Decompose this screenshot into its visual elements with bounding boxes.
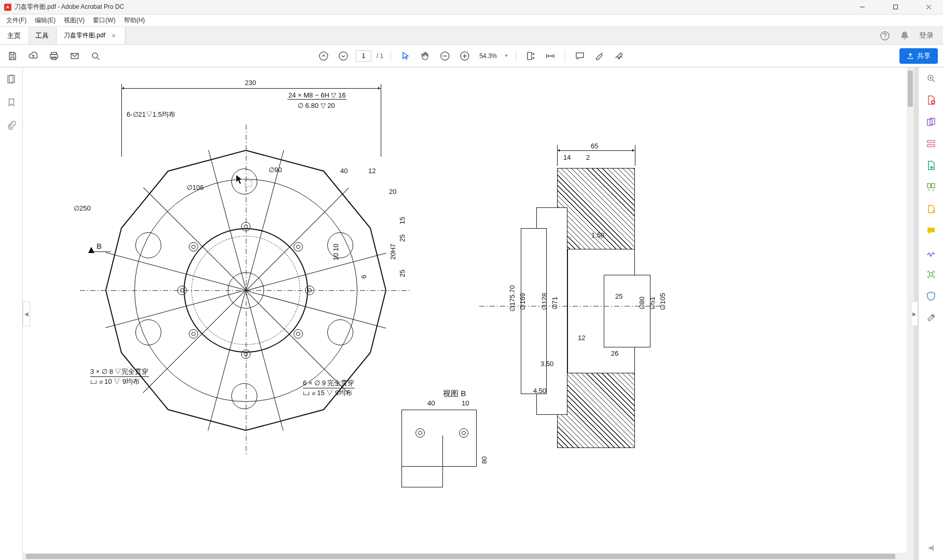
- combine-files-icon[interactable]: [925, 116, 937, 128]
- menu-help[interactable]: 帮助(H): [120, 15, 149, 26]
- dim-1010: 10 10: [332, 244, 340, 261]
- window-controls: [852, 0, 939, 15]
- create-pdf-icon[interactable]: [925, 94, 937, 106]
- thumbnails-icon[interactable]: [6, 74, 17, 85]
- d169: ∅169: [519, 293, 526, 310]
- maximize-button[interactable]: [885, 0, 906, 15]
- d128: ∅128: [540, 293, 548, 310]
- detail-dim-80: 80: [480, 456, 488, 464]
- search-icon[interactable]: [88, 49, 103, 63]
- document-viewport[interactable]: 230 24 × M8 − 6H ▽ 16 ∅ 6.80 ▽ 20 6-∅21▽…: [23, 67, 918, 560]
- title-bar: A 刀盘零件图.pdf - Adobe Acrobat Pro DC: [0, 0, 943, 15]
- dim-25b: 25: [398, 270, 406, 277]
- svg-rect-31: [927, 145, 935, 147]
- d80: ∅80: [638, 297, 646, 310]
- d175-70: ∅175.70: [508, 285, 516, 312]
- menu-window[interactable]: 窗口(W): [89, 15, 119, 26]
- dim-25s: 25: [615, 292, 622, 300]
- fit-width-icon[interactable]: [543, 49, 558, 63]
- tab-document-label: 刀盘零件图.pdf: [64, 31, 105, 40]
- rail-expand-icon[interactable]: [925, 542, 937, 554]
- send-comments-icon[interactable]: [925, 203, 937, 215]
- dim-d106: ∅106: [187, 184, 204, 191]
- zoom-dropdown-icon[interactable]: ▼: [504, 53, 508, 58]
- dim-d250: ∅250: [74, 204, 91, 212]
- tab-home[interactable]: 主页: [0, 27, 28, 44]
- note-6x9-1: 6 × ∅ 9 完全贯穿: [303, 379, 355, 388]
- note-3x8-2: ⌴ ∅ 10 ▽ 9均布: [90, 377, 140, 385]
- zoom-in-icon[interactable]: [457, 49, 472, 63]
- close-window-button[interactable]: [918, 0, 939, 15]
- menu-edit[interactable]: 编辑(E): [31, 15, 60, 26]
- email-icon[interactable]: [67, 49, 82, 63]
- export-pdf-icon[interactable]: [925, 160, 937, 171]
- dim-6: 6: [360, 275, 368, 278]
- dim-d90: ∅90: [269, 166, 282, 174]
- dim-65: 65: [591, 142, 598, 150]
- pdf-app-icon: A: [4, 4, 11, 11]
- svg-rect-7: [50, 54, 58, 58]
- dim-15: 15: [398, 217, 406, 224]
- hole-spec: 6-∅21▽1.5均布: [127, 110, 175, 119]
- detail-b-title: 视图 B: [443, 389, 466, 399]
- scan-ocr-icon[interactable]: [925, 269, 937, 280]
- comment-tool-icon[interactable]: [925, 225, 937, 236]
- cursor-icon: [235, 174, 245, 186]
- help-icon[interactable]: [880, 31, 890, 41]
- main-area: ◀ 230 24 × M8 − 6H ▽ 16 ∅ 6.80 ▽ 20 6-∅2…: [0, 67, 943, 560]
- protect-icon[interactable]: [925, 290, 937, 302]
- search-zoom-icon[interactable]: [925, 73, 937, 84]
- share-button[interactable]: 共享: [899, 48, 938, 64]
- svg-rect-30: [927, 141, 935, 143]
- tab-tools[interactable]: 工具: [28, 27, 56, 44]
- dim-40: 40: [340, 167, 348, 175]
- page-number-input[interactable]: [356, 50, 371, 62]
- svg-rect-34: [930, 273, 933, 276]
- highlight-icon[interactable]: [592, 49, 607, 63]
- menu-view[interactable]: 视图(V): [60, 15, 89, 26]
- left-rail-collapse[interactable]: ◀: [23, 301, 30, 326]
- zoom-value[interactable]: 54.3%: [477, 52, 499, 60]
- menu-bar: 文件(F) 编辑(E) 视图(V) 窗口(W) 帮助(H): [0, 15, 943, 27]
- attachment-icon[interactable]: [6, 119, 17, 131]
- left-nav-rail: [0, 67, 23, 560]
- comment-icon[interactable]: [573, 49, 587, 63]
- dim-230: 230: [245, 79, 256, 87]
- edit-pdf-icon[interactable]: [925, 138, 937, 149]
- sign-icon[interactable]: [612, 49, 627, 63]
- notifications-icon[interactable]: [899, 31, 910, 41]
- svg-rect-33: [932, 184, 935, 188]
- svg-rect-20: [8, 76, 13, 83]
- print-icon[interactable]: [47, 49, 61, 63]
- more-tools-icon[interactable]: [925, 312, 937, 324]
- svg-point-35: [932, 315, 934, 317]
- minimize-button[interactable]: [852, 0, 872, 15]
- fit-page-icon[interactable]: [523, 49, 538, 63]
- svg-rect-19: [528, 52, 532, 60]
- section-arrow-icon: [88, 247, 94, 256]
- login-link[interactable]: 登录: [919, 31, 934, 40]
- hand-tool-icon[interactable]: [418, 49, 433, 63]
- tab-close-button[interactable]: ×: [109, 32, 118, 40]
- selection-tool-icon[interactable]: [398, 49, 413, 63]
- note-3x8-1: 3 × ∅ 8 ▽完全贯穿: [90, 367, 149, 377]
- engineering-drawing: 230 24 × M8 − 6H ▽ 16 ∅ 6.80 ▽ 20 6-∅21▽…: [38, 73, 898, 544]
- tab-document[interactable]: 刀盘零件图.pdf ×: [56, 27, 126, 44]
- save-icon[interactable]: [5, 49, 20, 63]
- fill-sign-icon[interactable]: [925, 247, 937, 258]
- right-rail-collapse[interactable]: ▶: [911, 301, 918, 326]
- tab-bar: 主页 工具 刀盘零件图.pdf × 登录: [0, 27, 943, 45]
- horizontal-scrollbar[interactable]: [23, 553, 907, 560]
- page-up-icon[interactable]: [316, 49, 331, 63]
- organize-pages-icon[interactable]: [925, 181, 937, 193]
- dim-14: 14: [563, 153, 571, 161]
- cloud-upload-icon[interactable]: [26, 49, 40, 63]
- bookmark-icon[interactable]: [6, 96, 17, 108]
- menu-file[interactable]: 文件(F): [2, 15, 31, 26]
- page-down-icon[interactable]: [336, 49, 351, 63]
- dim-26: 26: [611, 349, 618, 357]
- d71: ∅71: [551, 297, 559, 310]
- dim-12: 12: [368, 167, 376, 175]
- zoom-out-icon[interactable]: [438, 49, 452, 63]
- detail-dim-40: 40: [427, 399, 435, 407]
